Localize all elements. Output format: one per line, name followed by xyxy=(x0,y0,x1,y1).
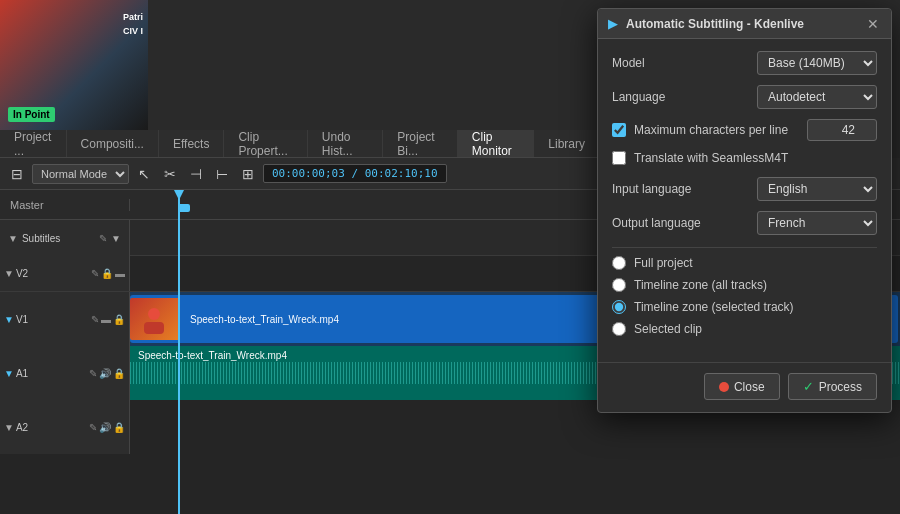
a1-clip-name: Speech-to-text_Train_Wreck.mp4 xyxy=(138,350,287,361)
model-row: Model Base (140MB) xyxy=(612,51,877,75)
subtitles-track-label: Subtitles xyxy=(22,233,95,244)
a2-track-label: A2 xyxy=(16,422,87,433)
prev-frame[interactable]: ⊣ xyxy=(185,164,207,184)
v2-film-icon[interactable]: ▬ xyxy=(115,268,125,279)
dialog-title: Automatic Subtitling - Kdenlive xyxy=(626,17,857,31)
output-language-label: Output language xyxy=(612,216,701,230)
radio-timeline-all-input[interactable] xyxy=(612,278,626,292)
tab-library[interactable]: Library xyxy=(534,130,600,157)
input-language-row: Input language English xyxy=(612,177,877,201)
preview-overlay-text: Patri CIV I xyxy=(123,10,143,38)
process-button-label: Process xyxy=(819,380,862,394)
radio-selected-clip: Selected clip xyxy=(612,322,877,336)
input-language-label: Input language xyxy=(612,182,691,196)
language-select[interactable]: Autodetect xyxy=(757,85,877,109)
model-select[interactable]: Base (140MB) xyxy=(757,51,877,75)
v1-film-icon[interactable]: ▬ xyxy=(101,314,111,325)
dialog-close-button[interactable]: ✕ xyxy=(865,17,881,31)
v1-edit-icon[interactable]: ✎ xyxy=(91,314,99,325)
playhead[interactable] xyxy=(178,190,180,514)
radio-timeline-all-label: Timeline zone (all tracks) xyxy=(634,278,767,292)
select-tool[interactable]: ↖ xyxy=(133,164,155,184)
preview-video: Patri CIV I In Point xyxy=(0,0,148,130)
output-language-select[interactable]: French xyxy=(757,211,877,235)
a2-collapse-icon[interactable]: ▼ xyxy=(4,422,14,433)
dialog-titlebar: ▶ Automatic Subtitling - Kdenlive ✕ xyxy=(598,9,891,39)
fit-zoom[interactable]: ⊞ xyxy=(237,164,259,184)
v1-clip-thumbnail xyxy=(130,298,178,340)
max-chars-label: Maximum characters per line xyxy=(634,123,788,137)
tab-bar: Project ... Compositi... Effects Clip Pr… xyxy=(0,130,600,158)
a1-edit-icon[interactable]: ✎ xyxy=(89,368,97,379)
a2-lock-icon[interactable]: 🔒 xyxy=(113,422,125,433)
tab-project-bin[interactable]: Project Bi... xyxy=(383,130,458,157)
clip-monitor-preview: Patri CIV I In Point xyxy=(0,0,148,130)
close-dot-icon xyxy=(719,382,729,392)
master-label: Master xyxy=(0,199,130,211)
a2-edit-icon[interactable]: ✎ xyxy=(89,422,97,433)
radio-full-project-label: Full project xyxy=(634,256,693,270)
tab-undo-history[interactable]: Undo Hist... xyxy=(308,130,384,157)
v2-track-controls: ▼ V2 ✎ 🔒 ▬ xyxy=(0,256,130,291)
radio-full-project-input[interactable] xyxy=(612,256,626,270)
selection-marker xyxy=(178,204,190,212)
radio-timeline-selected-label: Timeline zone (selected track) xyxy=(634,300,794,314)
output-language-row: Output language French xyxy=(612,211,877,235)
close-button[interactable]: Close xyxy=(704,373,780,400)
razor-tool[interactable]: ✂ xyxy=(159,164,181,184)
v1-clip-name: Speech-to-text_Train_Wreck.mp4 xyxy=(190,314,339,325)
svg-rect-1 xyxy=(144,322,164,334)
v2-lock-icon[interactable]: 🔒 xyxy=(101,268,113,279)
automatic-subtitling-dialog: ▶ Automatic Subtitling - Kdenlive ✕ Mode… xyxy=(597,8,892,413)
radio-timeline-selected: Timeline zone (selected track) xyxy=(612,300,877,314)
dialog-footer: Close ✓ Process xyxy=(598,362,891,412)
v1-lock-icon[interactable]: 🔒 xyxy=(113,314,125,325)
radio-timeline-all: Timeline zone (all tracks) xyxy=(612,278,877,292)
language-label: Language xyxy=(612,90,665,104)
a1-mute-icon[interactable]: 🔊 xyxy=(99,368,111,379)
scope-radio-group: Full project Timeline zone (all tracks) … xyxy=(612,256,877,336)
max-chars-row: Maximum characters per line 42 xyxy=(612,119,877,141)
tab-effects[interactable]: Effects xyxy=(159,130,224,157)
collapse-btn[interactable]: ⊟ xyxy=(6,164,28,184)
process-button[interactable]: ✓ Process xyxy=(788,373,877,400)
tab-clip-monitor[interactable]: Clip Monitor xyxy=(458,130,534,157)
v2-edit-icon[interactable]: ✎ xyxy=(91,268,99,279)
v1-collapse-icon[interactable]: ▼ xyxy=(4,314,14,325)
translate-row: Translate with SeamlessM4T xyxy=(612,151,877,165)
radio-selected-clip-label: Selected clip xyxy=(634,322,702,336)
tab-compositi[interactable]: Compositi... xyxy=(67,130,159,157)
subtitles-chevron-icon[interactable]: ▼ xyxy=(8,233,18,244)
model-label: Model xyxy=(612,56,645,70)
translate-label: Translate with SeamlessM4T xyxy=(634,151,788,165)
timecode-display: 00:00:00;03 / 00:02:10;10 xyxy=(263,164,447,183)
svg-point-0 xyxy=(148,308,160,320)
a1-lock-icon[interactable]: 🔒 xyxy=(113,368,125,379)
tab-project[interactable]: Project ... xyxy=(0,130,67,157)
close-button-label: Close xyxy=(734,380,765,394)
radio-timeline-selected-input[interactable] xyxy=(612,300,626,314)
v2-collapse-icon[interactable]: ▼ xyxy=(4,268,14,279)
mode-select[interactable]: Normal Mode xyxy=(32,164,129,184)
a1-collapse-icon[interactable]: ▼ xyxy=(4,368,14,379)
max-chars-spinbox[interactable]: 42 xyxy=(807,119,877,141)
subtitles-edit-icon[interactable]: ✎ xyxy=(99,233,107,244)
next-frame[interactable]: ⊢ xyxy=(211,164,233,184)
in-point-badge: In Point xyxy=(8,107,55,122)
translate-checkbox[interactable] xyxy=(612,151,626,165)
dialog-divider xyxy=(612,247,877,248)
a2-mute-icon[interactable]: 🔊 xyxy=(99,422,111,433)
language-row: Language Autodetect xyxy=(612,85,877,109)
max-chars-checkbox[interactable] xyxy=(612,123,626,137)
v2-track-label: V2 xyxy=(16,268,89,279)
subtitles-chevron-right[interactable]: ▼ xyxy=(111,233,121,244)
a2-track-controls: ▼ A2 ✎ 🔊 🔒 xyxy=(0,400,130,454)
dialog-app-icon: ▶ xyxy=(608,16,618,31)
radio-selected-clip-input[interactable] xyxy=(612,322,626,336)
radio-full-project: Full project xyxy=(612,256,877,270)
input-language-select[interactable]: English xyxy=(757,177,877,201)
subtitles-track-controls: ▼ Subtitles ✎ ▼ xyxy=(0,220,130,256)
process-check-icon: ✓ xyxy=(803,379,814,394)
a1-track-label: A1 xyxy=(16,368,87,379)
tab-clip-properties[interactable]: Clip Propert... xyxy=(224,130,307,157)
